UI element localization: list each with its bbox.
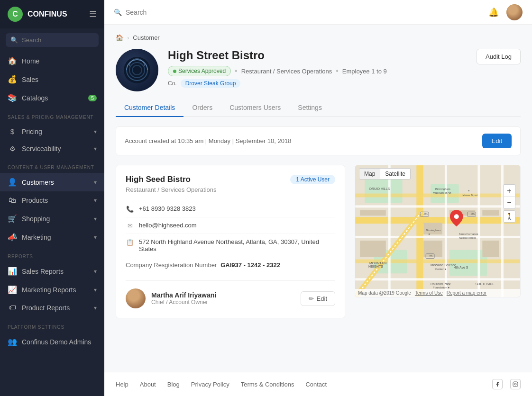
sidebar-item-pricing[interactable]: $ Pricing ▾ (0, 123, 104, 140)
svg-text:Museum of Art: Museum of Art (433, 191, 451, 194)
customers-arrow-icon: ▾ (94, 179, 97, 186)
map-terms-link[interactable]: Terms of Use (415, 290, 443, 296)
svg-rect-9 (355, 217, 520, 224)
customer-tags: Co. Drover Steak Group (168, 79, 467, 88)
marketing-reports-arrow-icon: ▾ (94, 287, 97, 293)
svg-text:●: ● (468, 189, 470, 192)
map-data-text: Map data @2019 Google (358, 290, 411, 296)
owner-role: Chief / Account Owner (151, 299, 295, 306)
group-tag: Drover Steak Group (181, 79, 241, 88)
svg-text:Birmingham: Birmingham (426, 229, 441, 232)
sidebar-item-shopping-label: Shopping (22, 215, 50, 223)
map-background: DRUID HILLS Birmingham Museum of Art Mes… (355, 165, 520, 297)
shopping-icon: 🛒 (8, 214, 17, 223)
sidebar-item-marketing[interactable]: 📣 Marketing ▾ (0, 228, 104, 246)
topbar-search-input[interactable] (126, 9, 483, 16)
svg-rect-10 (416, 165, 423, 297)
owner-row: Martha Arif Iriyawani Chief / Account Ow… (126, 280, 335, 308)
email-icon: ✉ (126, 222, 134, 229)
street-view-button[interactable]: 🚶 (503, 210, 515, 223)
topbar: 🔍 🔔 (104, 0, 532, 25)
hamburger-icon[interactable]: ☰ (89, 9, 97, 19)
footer-contact-link[interactable]: Contact (305, 381, 327, 388)
map-footer: Map data @2019 Google Terms of Use Repor… (355, 289, 520, 297)
map-zoom-out-button[interactable]: − (503, 197, 515, 209)
sidebar-item-demo-admins[interactable]: 👥 Confinus Demo Admins (0, 333, 104, 351)
sidebar-item-customers[interactable]: 👤 Customers ▾ (0, 173, 104, 191)
footer-help-link[interactable]: Help (116, 381, 128, 388)
svg-text:Center ●: Center ● (435, 268, 446, 270)
footer-social (492, 379, 521, 389)
sidebar-logo: C CONFINUS ☰ (0, 0, 104, 28)
sales-icon: 💰 (8, 75, 17, 84)
footer-privacy-link[interactable]: Privacy Policy (191, 381, 229, 388)
svg-text:National Historic: National Historic (459, 237, 477, 239)
sidebar-item-sales-reports-label: Sales Reports (22, 268, 64, 275)
edit-icon: ✏ (309, 295, 314, 302)
section-label-reports: REPORTS (0, 246, 104, 262)
account-edit-button[interactable]: Edit (482, 134, 512, 148)
status-badge: Services Approved (168, 66, 231, 76)
sidebar-item-sales-reports[interactable]: 📊 Sales Reports ▾ (0, 262, 104, 280)
map-tab-button[interactable]: Map (359, 168, 380, 180)
svg-text:SOUTHSIDE: SOUTHSIDE (475, 282, 495, 286)
sidebar-item-marketing-reports-label: Marketing Reports (22, 286, 76, 294)
sidebar-item-catalogs-label: Catalogs (22, 94, 48, 102)
status-dot (173, 70, 176, 73)
breadcrumb-chevron-icon: › (127, 34, 129, 41)
sidebar-item-marketing-reports[interactable]: 📈 Marketing Reports ▾ (0, 280, 104, 299)
notifications-icon[interactable]: 🔔 (488, 7, 499, 18)
sidebar-item-serviceability[interactable]: ⚙ Serviceability ▾ (0, 140, 104, 157)
map-zoom-in-button[interactable]: + (503, 184, 515, 197)
audit-log-button[interactable]: Audit Log (477, 49, 521, 64)
owner-edit-button[interactable]: ✏ Edit (301, 291, 335, 306)
sidebar-item-home[interactable]: 🏠 Home (0, 52, 104, 70)
footer-about-link[interactable]: About (140, 381, 156, 388)
svg-text:78: 78 (429, 255, 432, 258)
breadcrumb-current: Customer (133, 34, 159, 41)
map-zoom-controls: + − (503, 184, 515, 209)
user-avatar[interactable] (506, 4, 523, 20)
tab-orders[interactable]: Orders (183, 99, 221, 117)
phone-row: 📞 +61 8930 9328 3823 (126, 201, 335, 217)
svg-rect-13 (355, 205, 520, 207)
svg-text:Messer Airport: Messer Airport (463, 194, 478, 197)
sidebar-item-shopping[interactable]: 🛒 Shopping ▾ (0, 209, 104, 228)
product-reports-arrow-icon: ▾ (94, 305, 97, 311)
footer-blog-link[interactable]: Blog (167, 381, 180, 388)
satellite-tab-button[interactable]: Satellite (380, 168, 411, 180)
facebook-icon[interactable] (492, 379, 503, 389)
sidebar-item-pricing-label: Pricing (22, 128, 42, 135)
customer-logo-svg (123, 56, 151, 84)
svg-rect-11 (355, 194, 520, 198)
sidebar-search-input[interactable] (22, 36, 94, 44)
tab-customers-users[interactable]: Customers Users (221, 99, 289, 117)
status-label: Services Approved (178, 68, 226, 74)
instagram-icon[interactable] (510, 379, 521, 389)
section-label-platform: PLATFORM SETTINGS (0, 317, 104, 333)
breadcrumb-home-icon[interactable]: 🏠 (116, 34, 123, 41)
phone-icon: 📞 (126, 206, 134, 213)
breadcrumb: 🏠 › Customer (116, 34, 521, 41)
sidebar-item-product-reports[interactable]: 🏷 Product Reports ▾ (0, 299, 104, 317)
tab-customer-details[interactable]: Customer Details (116, 99, 183, 117)
customers-icon: 👤 (8, 178, 17, 187)
topbar-search-area: 🔍 (114, 9, 483, 16)
sidebar-item-catalogs[interactable]: 📚 Catalogs 5 (0, 89, 104, 107)
marketing-reports-icon: 📈 (8, 285, 17, 294)
reg-row: Company Resgisteration Number GAI937 - 1… (126, 257, 335, 273)
svg-text:Railroad Park: Railroad Park (431, 282, 451, 286)
details-left-panel: High Seed Bistro Restaurant / Services O… (116, 165, 345, 318)
meta-separator-1: • (235, 67, 238, 75)
tab-settings[interactable]: Settings (289, 99, 330, 117)
owner-avatar (126, 288, 146, 308)
pricing-arrow-icon: ▾ (94, 128, 97, 135)
business-name: High Seed Bistro (126, 175, 216, 184)
sidebar-item-sales[interactable]: 💰 Sales (0, 70, 104, 89)
sidebar-item-products[interactable]: 🛍 Products ▾ (0, 191, 104, 209)
svg-point-0 (124, 57, 150, 83)
map-report-link[interactable]: Report a map error (447, 290, 486, 296)
customer-meta: Services Approved • Restaurant / Service… (168, 66, 467, 76)
business-type: Restaurant / Services Operations (126, 186, 216, 193)
footer-terms-link[interactable]: Terms & Conditions (241, 381, 294, 388)
